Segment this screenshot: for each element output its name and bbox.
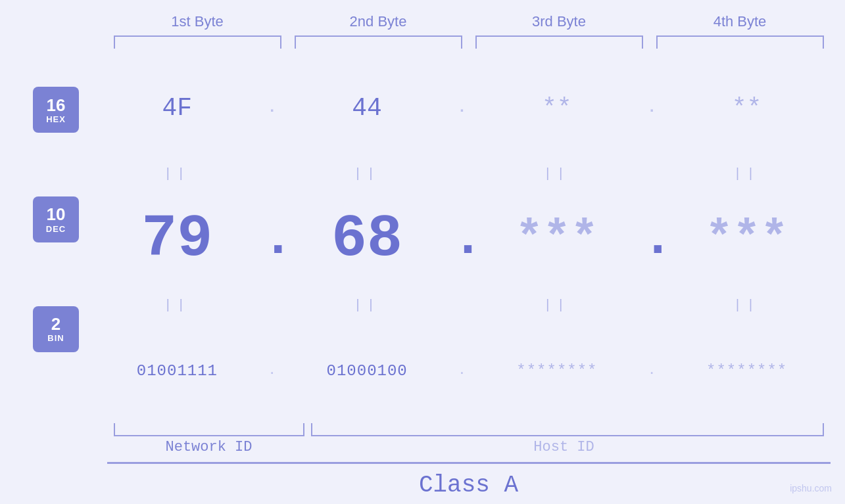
full-bottom-line bbox=[107, 462, 831, 464]
badges-column: 16 HEX 10 DEC 2 BIN bbox=[0, 49, 92, 423]
content-area: 16 HEX 10 DEC 2 BIN 4F . 44 . ** . ** bbox=[0, 49, 845, 423]
dec-row: 79 . 68 . *** . *** bbox=[92, 187, 832, 292]
bottom-section: Network ID Host ID Class A bbox=[107, 423, 831, 504]
sep-2: || || || || bbox=[92, 292, 832, 318]
badge-bin: 2 BIN bbox=[33, 306, 79, 352]
watermark: ipshu.com bbox=[790, 483, 832, 493]
bin-b3: ******** bbox=[472, 362, 642, 380]
dot-hex-2: . bbox=[452, 100, 472, 116]
sep-pipes-5: || bbox=[92, 298, 262, 313]
badge-bin-number: 2 bbox=[51, 315, 60, 334]
badge-hex-number: 16 bbox=[47, 96, 66, 115]
network-id-label: Network ID bbox=[114, 439, 304, 455]
dec-b3: *** bbox=[472, 216, 642, 262]
bin-b2: 01000100 bbox=[282, 362, 452, 380]
host-id-label: Host ID bbox=[304, 439, 824, 455]
sep-pipes-1: || bbox=[92, 166, 262, 181]
hex-b1: 4F bbox=[92, 94, 262, 122]
sep-pipes-2: || bbox=[282, 166, 452, 181]
dec-b4: *** bbox=[662, 216, 832, 262]
dot-bin-1: . bbox=[262, 365, 282, 377]
main-container: 1st Byte 2nd Byte 3rd Byte 4th Byte 16 H… bbox=[0, 0, 845, 504]
hex-b2: 44 bbox=[282, 94, 452, 122]
byte-label-3: 3rd Byte bbox=[469, 13, 650, 30]
dec-b2: 68 bbox=[282, 210, 452, 269]
bin-b1: 01001111 bbox=[92, 362, 262, 380]
hex-b4: ** bbox=[662, 94, 832, 122]
badge-dec-label: DEC bbox=[46, 224, 66, 234]
dot-dec-2: . bbox=[452, 213, 472, 265]
dec-b1: 79 bbox=[92, 210, 262, 269]
bottom-bracket-host bbox=[311, 423, 824, 436]
dot-hex-3: . bbox=[642, 100, 662, 116]
badge-hex: 16 HEX bbox=[33, 87, 79, 133]
bin-b4: ******** bbox=[662, 362, 832, 380]
hex-b3: ** bbox=[472, 94, 642, 122]
byte-label-1: 1st Byte bbox=[107, 13, 288, 30]
bottom-bracket-network bbox=[114, 423, 304, 436]
id-labels: Network ID Host ID bbox=[107, 439, 831, 455]
top-bracket-2 bbox=[295, 35, 462, 49]
bin-row: 01001111 . 01000100 . ******** . *******… bbox=[92, 318, 832, 423]
dot-dec-1: . bbox=[262, 213, 282, 265]
dot-dec-3: . bbox=[642, 213, 662, 265]
dot-bin-2: . bbox=[452, 365, 472, 377]
sep-pipes-8: || bbox=[662, 298, 832, 313]
badge-bin-label: BIN bbox=[47, 333, 64, 343]
sep-1: || || || || bbox=[92, 160, 832, 187]
top-bracket-3 bbox=[475, 35, 643, 49]
class-label: Class A bbox=[107, 472, 831, 499]
sep-pipes-6: || bbox=[282, 298, 452, 313]
badge-dec-number: 10 bbox=[47, 205, 66, 224]
sep-pipes-3: || bbox=[472, 166, 642, 181]
dot-bin-3: . bbox=[642, 365, 662, 377]
badge-dec: 10 DEC bbox=[33, 196, 79, 242]
dot-hex-1: . bbox=[262, 100, 282, 116]
byte-label-2: 2nd Byte bbox=[288, 13, 469, 30]
bottom-brackets bbox=[107, 423, 831, 436]
values-area: 4F . 44 . ** . ** || || || || 79 bbox=[92, 49, 845, 423]
byte-label-4: 4th Byte bbox=[650, 13, 831, 30]
top-bracket-4 bbox=[656, 35, 824, 49]
sep-pipes-4: || bbox=[662, 166, 832, 181]
sep-pipes-7: || bbox=[472, 298, 642, 313]
badge-hex-label: HEX bbox=[46, 114, 66, 124]
top-bracket-1 bbox=[114, 35, 281, 49]
hex-row: 4F . 44 . ** . ** bbox=[92, 55, 832, 160]
